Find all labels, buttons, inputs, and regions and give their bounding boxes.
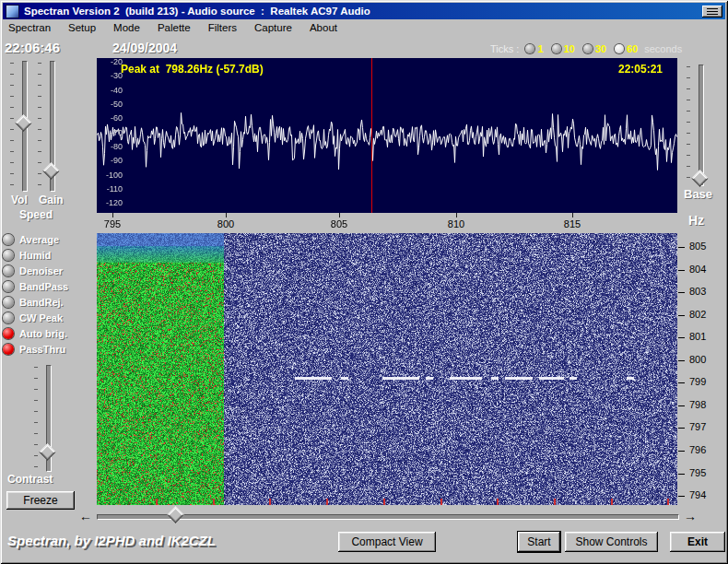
exit-button[interactable]: Exit	[670, 532, 725, 552]
toggle-passthru[interactable]: PassThru	[3, 341, 95, 357]
wf-scale-label: 804	[689, 264, 706, 275]
wf-scale-tick	[678, 474, 685, 475]
menu-item-capture[interactable]: Capture	[252, 21, 295, 34]
vol-slider-thumb[interactable]	[15, 114, 31, 131]
menu-item-filters[interactable]: Filters	[205, 21, 240, 34]
title-bar[interactable]: Spectran Version 2 (build 213) - Audio s…	[3, 3, 725, 19]
waterfall-canvas[interactable]	[97, 233, 677, 505]
horizontal-slider-thumb[interactable]	[167, 506, 183, 523]
freq-tick-mark	[456, 213, 457, 217]
freq-tick-label: 795	[104, 218, 121, 229]
spectran-window: Spectran Version 2 (build 213) - Audio s…	[0, 0, 728, 564]
ticks-option-label: 1	[537, 43, 543, 54]
wf-scale-tick	[678, 337, 685, 338]
compact-view-button[interactable]: Compact View	[338, 532, 436, 552]
toggle-bandpass[interactable]: BandPass	[3, 278, 95, 294]
toggle-humid[interactable]: Humid	[3, 247, 95, 263]
wf-scale-label: 798	[689, 399, 706, 410]
gain-slider[interactable]	[37, 61, 61, 192]
ticks-radio-1[interactable]	[525, 44, 534, 53]
start-button[interactable]: Start	[518, 532, 560, 552]
ticks-option-10[interactable]: 10	[552, 43, 575, 54]
db-tick-label: -100	[100, 171, 123, 180]
freeze-button[interactable]: Freeze	[6, 491, 75, 510]
waterfall-display[interactable]	[97, 233, 677, 505]
menu-item-palette[interactable]: Palette	[155, 21, 194, 34]
credit-text: Spectran, by I2PHD and IK2CZL	[7, 533, 216, 548]
toggle-denoiser[interactable]: Denoiser	[3, 263, 95, 278]
wf-scale-label: 802	[689, 309, 706, 320]
toggle-cw-peak[interactable]: CW Peak	[3, 310, 95, 325]
contrast-slider-ticks	[34, 367, 38, 470]
toggle-led-average[interactable]	[3, 234, 14, 245]
wf-scale-label: 801	[689, 331, 706, 342]
db-tick-label: -20	[100, 58, 123, 66]
toggle-led-passthru[interactable]	[3, 344, 14, 355]
show-controls-button[interactable]: Show Controls	[565, 532, 658, 552]
toggle-led-cw-peak[interactable]	[3, 312, 14, 323]
freq-tick-mark	[226, 213, 227, 217]
db-tick-label: -50	[100, 100, 123, 109]
wf-scale-tick	[678, 270, 685, 271]
db-tick-label: -120	[100, 199, 123, 207]
vol-label: Vol	[11, 194, 28, 206]
menu-item-about[interactable]: About	[307, 21, 340, 34]
toggle-led-auto-brig[interactable]	[3, 328, 14, 339]
ticks-option-label: 60	[627, 43, 638, 54]
toggle-led-humid[interactable]	[3, 250, 14, 261]
freq-tick-label: 815	[564, 218, 581, 229]
contrast-slider-thumb[interactable]	[39, 443, 55, 460]
ticks-option-label: 10	[564, 43, 575, 54]
ticks-option-30[interactable]: 30	[583, 43, 606, 54]
wf-scale-label: 797	[689, 421, 706, 432]
ticks-option-1[interactable]: 1	[525, 43, 543, 54]
toggle-label: Humid	[19, 250, 51, 261]
freq-tick-mark	[572, 213, 573, 217]
spectrum-display[interactable]: Peak at 798.26Hz (-57.7dB) 22:05:21 -20-…	[97, 58, 677, 213]
vol-slider[interactable]	[9, 61, 33, 192]
toggle-label: BandPass	[19, 281, 68, 292]
ticks-label: Ticks :	[490, 43, 519, 54]
toggle-led-bandrej[interactable]	[3, 297, 14, 308]
gain-slider-ticks	[38, 63, 41, 190]
menu-item-mode[interactable]: Mode	[111, 21, 143, 34]
ticks-radio-30[interactable]	[583, 44, 593, 53]
scroll-right-arrow-icon[interactable]: →	[682, 508, 699, 524]
toggle-led-denoiser[interactable]	[3, 265, 14, 276]
frequency-cursor	[371, 58, 372, 213]
toggle-auto-brig[interactable]: Auto brig.	[3, 325, 95, 341]
ticks-group-row: Ticks : 1103060 seconds	[490, 43, 682, 54]
wf-scale-label: 795	[689, 467, 706, 478]
menu-item-spectran[interactable]: Spectran	[6, 21, 53, 34]
ticks-radio-60[interactable]	[615, 44, 624, 53]
toggle-average[interactable]: Average	[3, 231, 95, 247]
ticks-option-60[interactable]: 60	[615, 43, 638, 54]
speed-label: Speed	[19, 208, 53, 221]
toggle-bandrej[interactable]: BandRej.	[3, 294, 95, 310]
toggle-led-bandpass[interactable]	[3, 281, 14, 292]
wf-scale-tick	[678, 496, 685, 497]
menu-item-setup[interactable]: Setup	[65, 21, 99, 34]
gain-label: Gain	[39, 194, 64, 206]
horizontal-slider-track[interactable]	[97, 514, 679, 520]
toggle-label: CW Peak	[19, 312, 63, 323]
contrast-label: Contrast	[7, 473, 53, 486]
spectrum-canvas[interactable]	[97, 58, 677, 213]
db-tick-label: -30	[100, 72, 123, 80]
contrast-slider[interactable]	[33, 365, 57, 472]
gain-slider-thumb[interactable]	[42, 162, 59, 179]
wf-scale-label: 803	[689, 286, 706, 297]
frequency-scale: 795800805810815	[97, 213, 677, 233]
ticks-radio-10[interactable]	[552, 44, 561, 53]
db-tick-label: -90	[100, 157, 123, 165]
freq-tick-mark	[112, 213, 113, 217]
wf-scale-tick	[678, 247, 685, 248]
scroll-left-arrow-icon[interactable]: ←	[77, 508, 94, 524]
wf-scale-tick	[678, 315, 685, 316]
wf-scale-tick	[678, 382, 685, 383]
app-icon[interactable]	[6, 5, 19, 18]
wf-scale-tick	[678, 428, 685, 429]
freq-tick-label: 805	[331, 218, 347, 229]
wf-scale-label: 800	[689, 354, 706, 365]
waterfall-frequency-scale: 805804803802801800799798797796795794	[678, 0, 728, 564]
